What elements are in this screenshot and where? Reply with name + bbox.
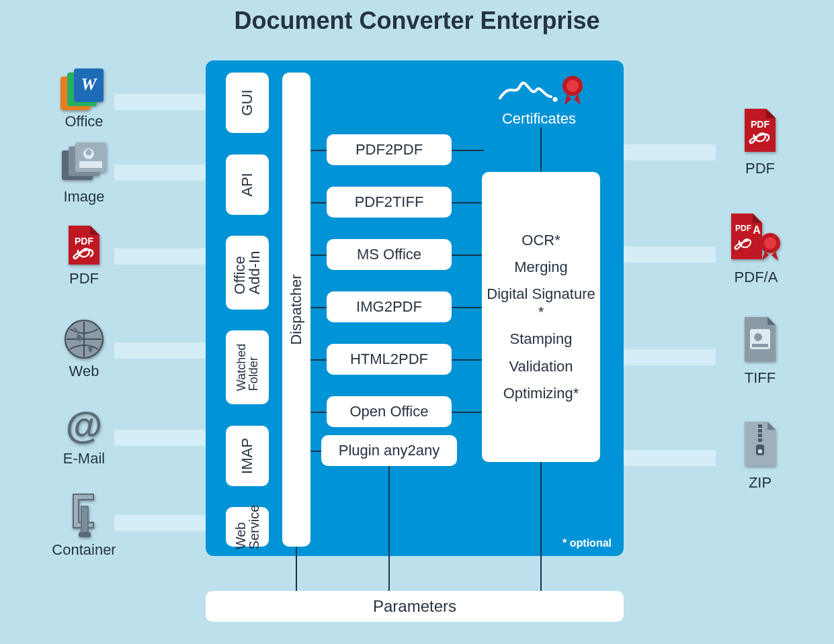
processing-box: OCR* Merging Digital Signature * Stampin… — [482, 172, 600, 462]
converter-pdf2tiff-label: PDF2TIFF — [355, 193, 424, 211]
svg-rect-30 — [758, 439, 762, 442]
svg-rect-27 — [758, 424, 762, 428]
image-stack-icon — [59, 141, 109, 185]
svg-rect-29 — [758, 434, 762, 437]
svg-point-2 — [567, 80, 579, 92]
pdfa-file-icon: PDF A — [727, 212, 785, 263]
input-office: W Office — [40, 66, 128, 130]
interface-office-addin-label: OfficeAdd-In — [233, 251, 262, 295]
tiff-file-icon — [741, 316, 780, 364]
svg-rect-17 — [81, 506, 88, 533]
connector-dispatcher-parameters — [296, 556, 297, 591]
input-image-label: Image — [40, 188, 128, 205]
converter-html2pdf: HTML2PDF — [327, 344, 452, 375]
output-tiff-label: TIFF — [716, 369, 804, 387]
interface-watched-folder: WatchedFolder — [226, 330, 269, 404]
globe-icon — [63, 318, 105, 360]
interface-gui-label: GUI — [239, 89, 256, 116]
core-panel: Certificates Dispatcher GUI API OfficeAd… — [206, 60, 624, 556]
svg-point-25 — [754, 333, 762, 341]
converter-msoffice: MS Office — [327, 239, 452, 270]
svg-point-0 — [553, 97, 558, 102]
svg-point-11 — [86, 150, 92, 156]
output-zip: ZIP — [716, 420, 804, 492]
svg-rect-12 — [79, 161, 102, 168]
processing-ocr: OCR* — [522, 232, 560, 249]
office-documents-icon: W — [59, 66, 109, 110]
svg-point-23 — [764, 237, 776, 249]
processing-digital-signature: Digital Signature * — [486, 285, 596, 321]
input-container-label: Container — [40, 541, 128, 559]
converter-openoffice-label: Open Office — [350, 403, 429, 420]
processing-merging: Merging — [514, 259, 567, 276]
converter-plugin-any2any-label: Plugin any2any — [339, 442, 440, 459]
at-sign-icon: @ — [62, 406, 106, 447]
certificates-label: Certificates — [472, 110, 606, 128]
output-tiff: TIFF — [716, 316, 804, 387]
interface-office-addin: OfficeAdd-In — [226, 236, 269, 310]
pdf-file-icon: PDF — [65, 224, 103, 267]
interface-api-label: API — [239, 173, 256, 196]
pdf-file-icon: PDF — [741, 107, 780, 154]
svg-rect-26 — [752, 344, 768, 347]
connector-processing-parameters — [540, 556, 542, 591]
interface-imap: IMAP — [226, 426, 269, 486]
converter-pdf2tiff: PDF2TIFF — [327, 187, 452, 218]
input-email: @ E-Mail — [40, 406, 128, 467]
svg-text:PDF: PDF — [735, 224, 751, 233]
input-pdf: PDF PDF — [40, 224, 128, 287]
parameters-label: Parameters — [373, 597, 456, 616]
zip-file-icon — [741, 420, 780, 469]
interface-web-service: WebService — [226, 507, 269, 547]
input-web: Web — [40, 318, 128, 380]
svg-rect-18 — [79, 532, 91, 537]
clamp-icon — [67, 490, 101, 539]
optional-note: * optional — [562, 537, 612, 549]
converter-img2pdf-label: IMG2PDF — [356, 298, 422, 316]
input-container: Container — [40, 490, 128, 559]
svg-text:PDF: PDF — [751, 119, 769, 130]
input-email-label: E-Mail — [40, 450, 128, 467]
converter-pdf2pdf: PDF2PDF — [327, 134, 452, 165]
interface-watched-folder-label: WatchedFolder — [235, 344, 259, 391]
svg-text:@: @ — [66, 406, 103, 446]
svg-point-32 — [758, 449, 762, 453]
dispatcher-box: Dispatcher — [282, 73, 310, 547]
svg-text:PDF: PDF — [75, 236, 93, 246]
output-zip-label: ZIP — [716, 474, 804, 492]
converter-plugin-any2any: Plugin any2any — [321, 435, 457, 466]
page-title: Document Converter Enterprise — [0, 7, 834, 35]
interface-api: API — [226, 154, 269, 215]
parameters-box: Parameters — [206, 591, 624, 622]
input-web-label: Web — [40, 363, 128, 380]
processing-optimizing: Optimizing* — [503, 385, 579, 402]
output-pdf: PDF PDF — [716, 107, 804, 177]
input-pdf-label: PDF — [40, 270, 128, 287]
processing-stamping: Stamping — [510, 330, 573, 348]
converter-img2pdf: IMG2PDF — [327, 291, 452, 322]
input-image: Image — [40, 141, 128, 205]
output-pdf-label: PDF — [716, 160, 804, 177]
converter-openoffice: Open Office — [327, 396, 452, 427]
processing-validation: Validation — [509, 358, 573, 375]
dispatcher-label: Dispatcher — [288, 274, 305, 344]
output-pdfa: PDF A PDF/A — [712, 212, 800, 286]
input-office-label: Office — [40, 113, 128, 130]
interface-imap-label: IMAP — [239, 438, 256, 474]
svg-text:W: W — [81, 75, 97, 94]
converter-pdf2pdf-label: PDF2PDF — [356, 141, 423, 158]
certificates-icon — [497, 70, 585, 107]
svg-text:A: A — [753, 224, 761, 236]
converter-msoffice-label: MS Office — [357, 246, 421, 263]
connector-converters-parameters — [388, 556, 390, 591]
interface-web-service-label: WebService — [234, 504, 261, 549]
svg-rect-28 — [758, 429, 762, 432]
interface-gui: GUI — [226, 73, 269, 133]
output-pdfa-label: PDF/A — [712, 269, 800, 286]
converter-html2pdf-label: HTML2PDF — [350, 351, 428, 368]
